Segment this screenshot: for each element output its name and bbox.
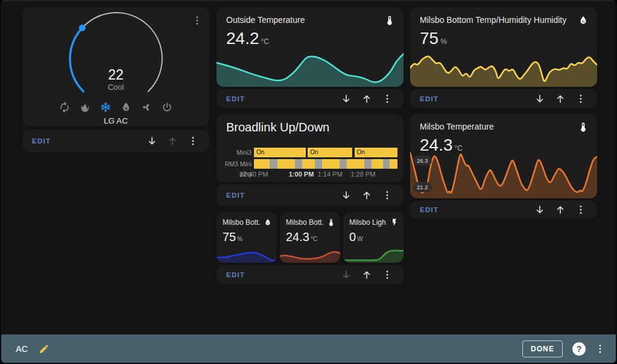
- entity-name: LG AC: [22, 116, 209, 125]
- milsbo-temperature-graph: [410, 150, 597, 198]
- milsbo-bottom-temperature-mini-card[interactable]: Milsbo Bott... 24.3°C: [280, 212, 340, 263]
- thermostat-card[interactable]: 22 Cool LG AC: [22, 7, 209, 126]
- thermometer-icon: [578, 122, 589, 133]
- graph-min-label: 21.2: [413, 182, 432, 192]
- sensor-unit: °C: [261, 37, 269, 46]
- card-title: Milsbo Bottom Temp/Humidity Humidity: [420, 15, 566, 25]
- outside-temperature-edit-toolbar: EDIT: [217, 89, 403, 108]
- timeline-gridline: [363, 146, 364, 169]
- sensor-value: 75%: [410, 26, 597, 47]
- target-temperature: 22: [22, 67, 209, 83]
- card-options-icon[interactable]: [377, 186, 397, 204]
- fan-icon[interactable]: [141, 101, 153, 113]
- timeline-gridline: [330, 146, 331, 169]
- edit-button[interactable]: EDIT: [226, 95, 245, 102]
- timeline-tick-label: 1:00 PM: [289, 171, 314, 178]
- done-button[interactable]: DONE: [522, 340, 563, 357]
- outside-temperature-graph: [217, 52, 403, 87]
- timeline-row-label: Mini3: [218, 148, 252, 157]
- move-card-up-icon[interactable]: [162, 132, 183, 150]
- timeline-tick-label: 1:14 PM: [318, 171, 343, 178]
- autorenew-icon[interactable]: [59, 101, 71, 113]
- hvac-mode-label: Cool: [22, 83, 209, 92]
- mini-power-graph: [343, 247, 403, 263]
- thermostat-edit-toolbar: EDIT: [22, 130, 209, 152]
- sensor-value: 0W: [343, 227, 403, 244]
- overflow-menu-icon[interactable]: [593, 342, 607, 356]
- move-card-up-icon[interactable]: [550, 90, 571, 108]
- timeline-time-axis: 12:40 PM1:00 PM1:14 PM1:28 PM: [254, 171, 397, 179]
- water-percent-icon[interactable]: [120, 101, 132, 113]
- card-options-icon[interactable]: [183, 132, 203, 150]
- view-title: AC: [16, 344, 28, 354]
- milsbo-humidity-edit-toolbar: EDIT: [410, 89, 597, 108]
- timeline-row-mini3: OnOnOn: [254, 148, 397, 157]
- help-icon[interactable]: ?: [572, 342, 586, 356]
- sensor-value: 24.3°C: [280, 227, 340, 244]
- snowflake-icon[interactable]: [100, 101, 112, 113]
- card-options-icon[interactable]: [571, 201, 591, 219]
- dial-handle[interactable]: [79, 25, 86, 31]
- timeline-tick-label: 1:28 PM: [350, 171, 375, 178]
- card-title: Milsbo Bott...: [286, 218, 323, 227]
- move-card-up-icon[interactable]: [356, 90, 377, 108]
- timeline-gridline: [302, 146, 302, 169]
- card-options-icon[interactable]: [571, 90, 591, 108]
- water-percent-icon: [264, 218, 272, 227]
- dashboard: 22 Cool LG AC EDIT: [0, 0, 617, 364]
- mini-temperature-graph: [280, 247, 340, 263]
- edit-button[interactable]: EDIT: [226, 192, 245, 199]
- edit-view-pencil-icon[interactable]: [39, 344, 49, 354]
- sensor-value: 24.2°C: [217, 26, 403, 47]
- timeline-unavailable-segment: [383, 159, 390, 169]
- timeline-on-segment: On: [355, 148, 397, 157]
- graph-max-label: 26.3: [413, 155, 432, 166]
- milsbo-light-power-mini-card[interactable]: Milsbo Ligh... 0W: [343, 212, 403, 263]
- water-percent-icon: [578, 15, 589, 26]
- thermometer-icon: [327, 218, 335, 227]
- broadlink-edit-toolbar: EDIT: [217, 184, 403, 206]
- move-card-down-icon[interactable]: [336, 90, 356, 108]
- milsbo-temperature-edit-toolbar: EDIT: [410, 201, 597, 219]
- move-card-up-icon[interactable]: [356, 266, 377, 284]
- move-card-down-icon[interactable]: [530, 201, 550, 219]
- card-title: Outside Temperature: [226, 15, 305, 25]
- timeline-unavailable-segment: [315, 159, 322, 169]
- card-title: Broadlink Up/Down: [226, 121, 329, 134]
- edit-button[interactable]: EDIT: [420, 206, 438, 213]
- card-title: Milsbo Temperature: [420, 122, 494, 131]
- card-options-icon[interactable]: [377, 266, 397, 284]
- sensor-unit: %: [237, 236, 242, 242]
- view-edit-bar: AC DONE ?: [1, 334, 616, 363]
- power-icon[interactable]: [161, 101, 173, 113]
- move-card-down-icon[interactable]: [530, 90, 550, 108]
- timeline-on-segment: On: [254, 148, 306, 157]
- milsbo-humidity-card[interactable]: Milsbo Bottom Temp/Humidity Humidity 75%: [410, 7, 597, 87]
- thermometer-icon: [384, 15, 395, 26]
- outside-temperature-card[interactable]: Outside Temperature 24.2°C: [217, 7, 403, 87]
- move-card-up-icon[interactable]: [550, 201, 571, 219]
- card-options-icon[interactable]: [377, 90, 397, 108]
- sensor-unit: %: [440, 37, 447, 46]
- timeline-tick-label: 12:40 PM: [239, 171, 268, 178]
- move-card-down-icon[interactable]: [336, 266, 356, 284]
- card-title: Milsbo Ligh...: [349, 218, 387, 227]
- edit-button[interactable]: EDIT: [32, 137, 51, 145]
- timeline-unavailable-segment: [270, 159, 277, 169]
- move-card-up-icon[interactable]: [356, 186, 377, 204]
- milsbo-temperature-card[interactable]: Milsbo Temperature 24.3°C 26.3 21.2: [410, 114, 597, 198]
- sensor-unit: °C: [311, 236, 317, 242]
- mini-cards-edit-toolbar: EDIT: [217, 265, 403, 284]
- edit-button[interactable]: EDIT: [226, 271, 245, 278]
- mini-humidity-graph: [217, 247, 277, 263]
- fire-icon[interactable]: [79, 101, 91, 113]
- edit-button[interactable]: EDIT: [420, 95, 438, 102]
- move-card-down-icon[interactable]: [142, 132, 162, 150]
- flash-icon: [390, 218, 399, 227]
- milsbo-humidity-graph: [410, 52, 597, 87]
- timeline-unavailable-segment: [364, 159, 372, 169]
- move-card-down-icon[interactable]: [336, 186, 356, 204]
- broadlink-timeline-card[interactable]: Broadlink Up/Down Mini3 RM3 Mini ping On…: [217, 115, 403, 182]
- milsbo-bottom-humidity-mini-card[interactable]: Milsbo Bott... 75%: [217, 212, 277, 263]
- sensor-unit: W: [357, 236, 362, 242]
